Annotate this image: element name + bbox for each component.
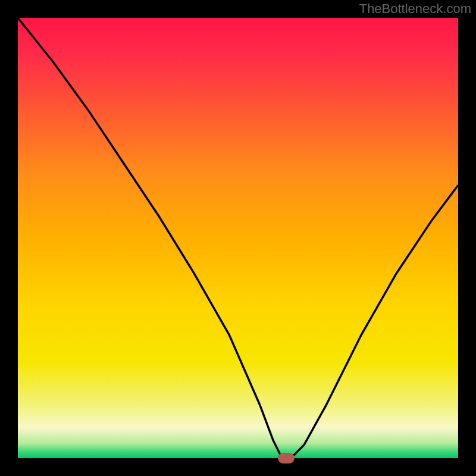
watermark-text: TheBottleneck.com	[359, 1, 471, 17]
chart-background	[18, 18, 458, 458]
chart-area	[18, 18, 458, 458]
chart-svg	[18, 18, 458, 458]
optimal-point-marker	[278, 453, 295, 464]
